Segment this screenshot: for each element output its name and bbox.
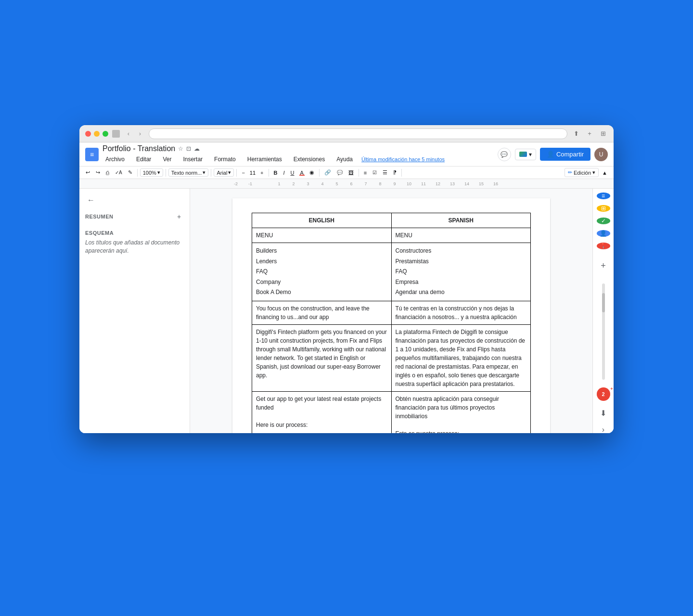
cloud-icon[interactable]: ☁ [194,145,200,152]
forward-arrow-icon[interactable]: › [135,129,145,139]
paint-format-button[interactable]: ✎ [126,168,135,177]
folder-icon[interactable]: ⊡ [186,145,191,152]
undo-button[interactable]: ↩ [83,168,92,177]
right-panel-maps-icon[interactable]: 📍 [597,243,610,249]
table-row: Get our app to get your latest real esta… [252,391,531,433]
numbered-list-button[interactable]: ⁋ [391,168,399,177]
zoom-dropdown[interactable]: 100% ▾ [140,168,163,177]
notification-icon-wrapper[interactable]: 2 + [597,387,610,401]
user-avatar[interactable]: U [594,148,608,161]
browser-window: ‹ › ⬆ + ⊞ ≡ Portfolio - Translation ☆ ⊡ … [79,125,614,433]
table-cell-en[interactable]: MENU [252,228,392,243]
ruler-mark: 1 [272,181,286,186]
font-value: Arial [217,170,227,176]
checklist-button[interactable]: ☑ [370,169,379,176]
star-icon[interactable]: ☆ [178,145,183,152]
font-dropdown[interactable]: Arial ▾ [214,168,234,177]
line-spacing-button[interactable]: ≡ [361,169,369,177]
table-cell-en[interactable]: Get our app to get your latest real esta… [252,391,392,433]
document-scrollbar[interactable] [602,283,605,380]
meet-button[interactable]: ▾ [515,149,536,160]
style-dropdown[interactable]: Texto norm... ▾ [168,168,209,177]
table-cell-es[interactable]: MENU [391,228,531,243]
table-header-english: ENGLISH [252,213,392,228]
font-decrease-button[interactable]: − [239,169,247,177]
docs-header-right: 💬 ▾ 👤 Compartir U [498,148,608,161]
close-button[interactable] [85,131,91,137]
scrollbar-thumb[interactable] [602,293,605,312]
right-chevron-icon[interactable]: › [597,425,610,433]
last-modified-text: Última modificación hace 5 minutos [361,156,445,162]
sidebar-back-button[interactable]: ← [85,194,97,206]
cell-text: MENU [396,232,412,239]
spellcheck-button[interactable]: ✓A [113,169,125,176]
separator-6 [319,169,320,177]
menu-extensiones[interactable]: Extensiones [291,154,328,164]
menu-archivo[interactable]: Archivo [103,154,128,164]
ruler: -2 -1 1 2 3 4 5 6 7 8 9 10 11 12 13 14 1… [79,179,614,189]
back-arrow-icon[interactable]: ‹ [124,129,133,139]
table-cell-es[interactable]: La plataforma Fintech de Diggifi te cons… [391,324,531,391]
font-increase-button[interactable]: + [258,169,266,177]
table-header-spanish: SPANISH [391,213,531,228]
table-cell-es[interactable]: Obtén nuestra aplicación para conseguir … [391,391,531,433]
table-cell-es[interactable]: Tú te centras en la construcción y nos d… [391,301,531,324]
menu-insertar[interactable]: Insertar [180,154,205,164]
editing-chevron-icon: ▾ [592,169,595,176]
document-area[interactable]: ENGLISH SPANISH MENU MENU [190,189,592,433]
right-panel-contacts-icon[interactable]: 👤 [597,230,610,237]
table-cell-en[interactable]: Diggifi's Fintech platform gets you fina… [252,324,392,391]
menu-ayuda[interactable]: Ayuda [334,154,356,164]
right-panel-sheets-icon[interactable]: ⊞ [597,205,610,212]
style-chevron-icon: ▾ [203,169,205,176]
bullet-list-button[interactable]: ☰ [380,168,390,177]
right-panel-docs-icon[interactable]: ≡ [597,192,610,199]
ruler-marks: -2 -1 1 2 3 4 5 6 7 8 9 10 11 12 13 14 1… [79,181,503,186]
link-button[interactable]: 🔗 [322,168,334,177]
underline-button[interactable]: U [288,169,297,177]
grid-icon[interactable]: ⊞ [598,129,608,139]
text-color-button[interactable]: A [298,169,306,177]
separator-7 [359,169,359,177]
bold-button[interactable]: B [271,169,280,177]
table-cell-en[interactable]: BuildersLendersFAQCompanyBook A Demo [252,243,392,301]
comments-button[interactable]: 💬 [498,148,511,161]
document-title[interactable]: Portfolio - Translation [103,144,175,153]
right-panel-tasks-icon[interactable]: ✓ [597,218,610,224]
editing-mode-dropdown[interactable]: ✏ Edición ▾ [565,168,599,177]
ruler-mark: 12 [431,181,445,186]
comment-button[interactable]: 💬 [334,169,345,176]
minimize-button[interactable] [94,131,100,137]
pencil-icon: ✏ [568,169,572,176]
right-panel-add-button[interactable]: + [597,261,610,271]
new-tab-icon[interactable]: + [585,129,594,139]
menu-editar[interactable]: Editar [133,154,154,164]
translation-table: ENGLISH SPANISH MENU MENU [252,213,531,433]
print-button[interactable]: ⎙ [103,169,112,177]
sidebar-toggle-icon[interactable] [112,130,120,138]
share-icon[interactable]: ⬆ [571,129,581,139]
share-label: Compartir [556,151,584,158]
ruler-mark: 2 [286,181,301,186]
menu-herramientas[interactable]: Herramientas [244,154,285,164]
zoom-chevron-icon: ▾ [157,169,160,176]
maximize-button[interactable] [103,131,108,137]
table-cell-es[interactable]: ConstructoresPrestamistasFAQEmpresaAgend… [391,243,531,301]
docs-logo-icon: ≡ [85,148,99,161]
italic-button[interactable]: I [281,169,287,177]
menu-ver[interactable]: Ver [160,154,174,164]
image-button[interactable]: 🖼 [346,169,356,177]
address-bar[interactable] [149,128,567,139]
expand-toolbar-button[interactable]: ▲ [600,169,610,177]
download-icon[interactable]: ⬇ [597,409,610,418]
table-row: Diggifi's Fintech platform gets you fina… [252,324,531,391]
document-page: ENGLISH SPANISH MENU MENU [232,198,550,433]
redo-button[interactable]: ↪ [93,168,103,177]
table-cell-en[interactable]: You focus on the construction, and leave… [252,301,392,324]
resumen-add-button[interactable]: + [174,212,184,221]
style-value: Texto norm... [171,170,202,176]
menu-formato[interactable]: Formato [211,154,239,164]
share-button[interactable]: 👤 Compartir [540,148,590,161]
highlight-button[interactable]: ◉ [307,168,317,177]
sidebar-esquema-section: ESQUEMA Los títulos que añadas al docume… [85,230,184,255]
